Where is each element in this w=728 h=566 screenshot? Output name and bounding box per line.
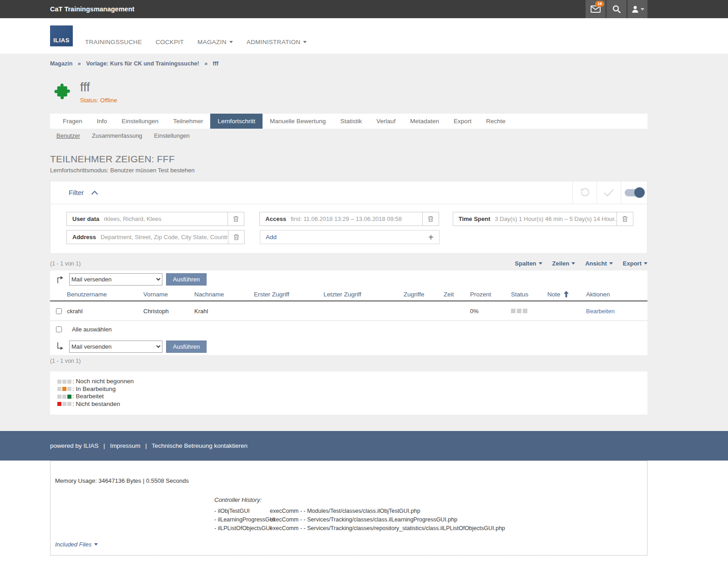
ausfuehren-button-bottom[interactable]: Ausführen — [166, 341, 207, 353]
filter-label-time-spent[interactable]: Time Spent — [453, 215, 495, 222]
ausfuehren-button-top[interactable]: Ausführen — [166, 273, 207, 286]
col-nachname[interactable]: Nachname — [194, 291, 254, 298]
tab-lernfortschritt[interactable]: Lernfortschritt — [210, 114, 263, 129]
subtab-einstellungen[interactable]: Einstellungen — [154, 132, 190, 139]
user-menu-button[interactable] — [627, 0, 647, 18]
nav-trainingssuche[interactable]: TRAININGSSUCHE — [85, 39, 142, 45]
nav-cockpit[interactable]: COCKPIT — [156, 39, 184, 45]
filter-add-button[interactable]: Add + — [260, 230, 440, 244]
col-vorname[interactable]: Vorname — [143, 291, 194, 298]
filter-apply-button[interactable] — [597, 181, 621, 204]
col-benutzername[interactable]: Benutzername — [67, 291, 143, 298]
tab-fragen[interactable]: Fragen — [56, 114, 90, 129]
bulk-action-select-bottom[interactable]: Mail versenden — [69, 341, 162, 353]
filter-panel: Filter — [50, 181, 647, 254]
filter-value-user-data[interactable]: rklees, Richard, Klees — [104, 215, 228, 222]
legend-square — [57, 380, 61, 384]
tab-manuelle-bewertung[interactable]: Manuelle Bewertung — [263, 114, 333, 129]
pagination-top: (1 - 1 von 1) — [50, 260, 81, 267]
col-erster-zugriff[interactable]: Erster Zugriff — [254, 291, 324, 298]
ilias-logo[interactable]: ILIAS — [50, 25, 73, 46]
menu-zeilen[interactable]: Zeilen — [552, 260, 576, 267]
subtab-benutzer[interactable]: Benutzer — [56, 132, 80, 139]
mail-badge: 16 — [595, 1, 604, 7]
col-status[interactable]: Status — [511, 291, 547, 298]
menu-spalten[interactable]: Spalten — [515, 260, 542, 267]
nav-administration[interactable]: ADMINISTRATION — [247, 39, 307, 45]
topbar-actions: 16 — [585, 0, 728, 18]
breadcrumb-fff[interactable]: fff — [213, 60, 219, 67]
breadcrumb: Magazin » Vorlage: Kurs für CK und Train… — [50, 54, 647, 67]
trash-icon[interactable] — [228, 212, 244, 225]
filter-value-access[interactable]: first: 11.06.2018 13:29 – 13.06.2018 09:… — [291, 215, 422, 222]
tab-verlauf[interactable]: Verlauf — [369, 114, 403, 129]
tab-export[interactable]: Export — [446, 114, 479, 129]
col-zugriffe[interactable]: Zugriffe — [404, 291, 444, 298]
tab-teilnehmer[interactable]: Teilnehmer — [166, 114, 210, 129]
legend-square — [57, 402, 61, 406]
legend-square — [67, 395, 71, 399]
tab-einstellungen[interactable]: Einstellungen — [114, 114, 166, 129]
col-aktionen: Aktionen — [586, 291, 647, 298]
filter-label-access[interactable]: Access — [260, 215, 291, 222]
select-all-label[interactable]: Alle auswählen — [72, 326, 111, 333]
included-files-toggle[interactable]: Included Files — [55, 541, 98, 548]
filter-value-address[interactable]: Department, Street, Zip Code, City State… — [101, 234, 228, 240]
controller-history-title: Controller History: — [214, 496, 505, 503]
topbar: CaT Trainingsmanagement 16 — [0, 0, 728, 18]
page-title: fff — [80, 80, 117, 94]
debug-area: Memory Usage: 34647136 Bytes | 0.5508 Se… — [0, 461, 728, 566]
support-link[interactable]: Technische Betreuung kontaktieren — [152, 442, 248, 449]
bulk-action-select-top[interactable]: Mail versenden — [69, 273, 162, 286]
select-all-checkbox[interactable] — [56, 326, 62, 332]
bearbeiten-link[interactable]: Bearbeiten — [586, 308, 615, 315]
search-icon — [612, 5, 621, 13]
nav-magazin[interactable]: MAGAZIN — [197, 39, 233, 45]
tab-rechte[interactable]: Rechte — [479, 114, 513, 129]
col-letzter-zugriff[interactable]: Letzter Zugriff — [324, 291, 404, 298]
breadcrumb-magazin[interactable]: Magazin — [50, 60, 72, 67]
trash-icon[interactable] — [617, 212, 633, 225]
toggle-knob — [634, 187, 645, 198]
trash-icon[interactable] — [228, 230, 244, 244]
tab-metadaten[interactable]: Metadaten — [403, 114, 446, 129]
chevron-down-icon — [303, 41, 307, 43]
puzzle-icon — [54, 82, 72, 100]
mail-button[interactable]: 16 — [586, 0, 606, 18]
col-zeit[interactable]: Zeit — [444, 291, 470, 298]
tab-info[interactable]: Info — [90, 114, 115, 129]
participants-table: Mail versenden Ausführen Benutzername Vo… — [50, 270, 647, 355]
tab-bar: Fragen Info Einstellungen Teilnehmer Ler… — [50, 114, 647, 129]
subtab-bar: Benutzer Zusammenfassung Einstellungen — [50, 129, 647, 143]
tab-statistik[interactable]: Statistik — [333, 114, 369, 129]
filter-on-toggle[interactable] — [621, 181, 647, 204]
filter-field-address: Address Department, Street, Zip Code, Ci… — [66, 230, 245, 244]
row-checkbox[interactable] — [56, 308, 62, 314]
filter-value-time-spent[interactable]: 3 Day(s) 1 Hour(s) 46 min – 5 Day(s) 14 … — [495, 215, 617, 222]
bulk-action-row-top: Mail versenden Ausführen — [50, 270, 647, 288]
main-content: Magazin » Vorlage: Kurs für CK und Train… — [0, 54, 728, 431]
chevron-down-icon — [641, 8, 644, 10]
col-prozent[interactable]: Prozent — [470, 291, 511, 298]
header: ILIAS TRAININGSSUCHE COCKPIT MAGAZIN ADM… — [0, 18, 728, 54]
arrow-down-right-icon — [56, 341, 64, 351]
legend-square — [62, 395, 66, 399]
status-legend: : Noch nicht begonnen : In Bearbeitung :… — [50, 371, 647, 415]
filter-label-address[interactable]: Address — [67, 234, 101, 240]
filter-header: Filter — [51, 181, 647, 204]
filter-collapse-toggle[interactable]: Filter — [69, 181, 98, 204]
search-button[interactable] — [607, 0, 627, 18]
col-note[interactable]: Note — [547, 291, 586, 298]
legend-square — [57, 387, 61, 391]
filter-label-user-data[interactable]: User data — [67, 215, 104, 222]
filter-reset-button[interactable] — [572, 181, 597, 204]
powered-by-link[interactable]: powered by ILIAS — [50, 442, 99, 449]
legend-item: : In Bearbeitung — [57, 386, 640, 393]
menu-export[interactable]: Export — [623, 260, 647, 267]
breadcrumb-vorlage[interactable]: Vorlage: Kurs für CK und Trainingssuche! — [86, 60, 199, 67]
impressum-link[interactable]: Impressum — [110, 442, 141, 449]
menu-ansicht[interactable]: Ansicht — [585, 260, 613, 267]
main-nav: TRAININGSSUCHE COCKPIT MAGAZIN ADMINISTR… — [85, 39, 307, 54]
trash-icon[interactable] — [422, 212, 439, 225]
subtab-zusammenfassung[interactable]: Zusammenfassung — [92, 132, 142, 139]
